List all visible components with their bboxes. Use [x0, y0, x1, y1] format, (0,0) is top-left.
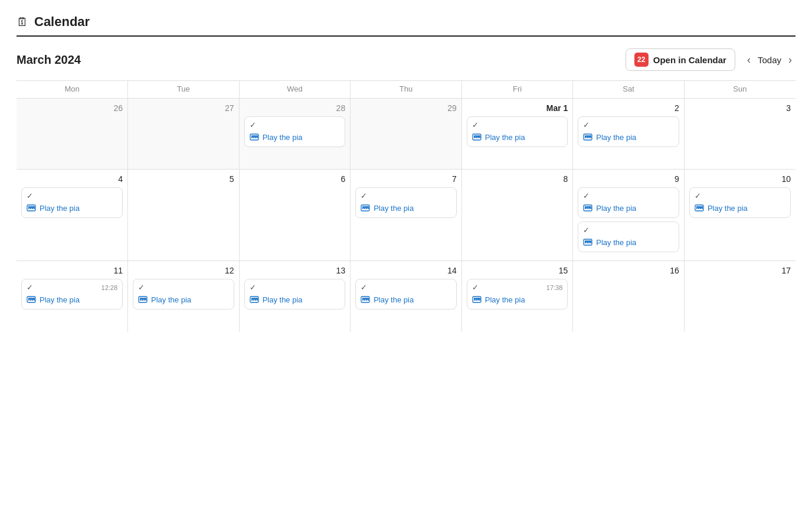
svg-rect-102 — [476, 298, 477, 300]
svg-rect-55 — [590, 240, 590, 243]
svg-rect-46 — [588, 206, 588, 209]
calendar-cell: 14✓ Play the pia — [351, 261, 462, 332]
svg-rect-101 — [474, 298, 475, 300]
svg-rect-45 — [586, 206, 587, 209]
day-number: 29 — [355, 103, 457, 113]
event-body: Play the pia — [583, 237, 674, 248]
month-title: March 2024 — [17, 53, 81, 67]
week-row: 11✓12:28 Play the pia12✓ Play the pia13✓ — [17, 261, 795, 332]
event-check-icon: ✓ — [138, 283, 145, 292]
weekday-header: Sat — [573, 81, 685, 99]
day-number: 4 — [21, 174, 123, 184]
event-body: Play the pia — [472, 132, 563, 143]
svg-rect-68 — [34, 298, 35, 301]
event-label: Play the pia — [485, 295, 525, 304]
svg-rect-14 — [476, 135, 477, 138]
event-check-icon: ✓ — [27, 283, 33, 292]
event-card[interactable]: ✓17:38 Play the pia — [467, 279, 568, 310]
prev-button[interactable]: ‹ — [744, 51, 754, 69]
event-music-icon — [138, 294, 148, 305]
svg-rect-52 — [591, 240, 592, 243]
svg-rect-31 — [33, 206, 34, 209]
next-button[interactable]: › — [785, 51, 795, 69]
event-music-icon — [27, 294, 36, 305]
event-check-row: ✓ — [250, 121, 340, 129]
page-header: 🗓 Calendar — [17, 14, 795, 37]
event-time: 12:28 — [102, 284, 118, 291]
svg-rect-86 — [254, 298, 254, 300]
calendar-cell: 28✓ Play the pia — [239, 99, 351, 170]
event-card[interactable]: ✓ Play the pia — [578, 222, 679, 252]
day-number: 17 — [689, 266, 791, 275]
day-number: 2 — [578, 103, 679, 113]
svg-rect-44 — [591, 206, 592, 209]
event-label: Play the pia — [596, 204, 636, 213]
svg-rect-84 — [257, 298, 258, 301]
open-in-calendar-button[interactable]: 22 Open in Calendar — [626, 48, 735, 71]
event-body: Play the pia — [250, 294, 340, 305]
svg-rect-6 — [254, 135, 254, 138]
day-number: 3 — [689, 103, 791, 113]
calendar-cell: 8 — [461, 170, 573, 261]
event-card[interactable]: ✓12:28 Play the pia — [21, 279, 123, 310]
svg-rect-30 — [31, 206, 32, 209]
event-body: Play the pia — [361, 203, 451, 214]
svg-rect-21 — [586, 135, 587, 138]
svg-rect-29 — [30, 206, 30, 209]
event-check-icon: ✓ — [27, 191, 33, 200]
day-number: 26 — [21, 103, 123, 113]
toolbar: March 2024 22 Open in Calendar ‹ Today › — [17, 48, 795, 71]
event-check-icon: ✓ — [250, 283, 256, 292]
event-label: Play the pia — [151, 295, 191, 304]
event-card[interactable]: ✓ Play the pia — [578, 116, 679, 147]
event-music-icon — [472, 132, 482, 143]
calendar-grid: MonTueWedThuFriSatSun 262728✓ Play the p… — [17, 80, 795, 332]
svg-rect-60 — [702, 206, 703, 209]
event-check-icon: ✓ — [361, 191, 367, 200]
event-music-icon — [472, 294, 482, 305]
event-check-icon: ✓ — [472, 283, 479, 292]
page-title: Calendar — [34, 14, 90, 30]
event-music-icon — [250, 294, 259, 305]
event-label: Play the pia — [263, 133, 303, 142]
weekday-header: Thu — [351, 81, 462, 99]
svg-rect-92 — [368, 298, 369, 301]
day-number: 28 — [244, 103, 346, 113]
event-check-icon: ✓ — [250, 121, 256, 129]
event-card[interactable]: ✓ Play the pia — [244, 279, 346, 310]
event-card[interactable]: ✓ Play the pia — [21, 187, 123, 218]
event-check-row: ✓ — [472, 121, 563, 129]
calendar-cell: 6 — [239, 170, 351, 261]
day-number: Mar 1 — [467, 103, 568, 113]
event-card[interactable]: ✓ Play the pia — [133, 279, 234, 310]
event-card[interactable]: ✓ Play the pia — [244, 116, 346, 147]
event-music-icon — [695, 203, 704, 214]
event-card[interactable]: ✓ Play the pia — [578, 187, 679, 218]
day-number: 15 — [467, 266, 568, 275]
event-card[interactable]: ✓ Play the pia — [467, 116, 568, 147]
open-in-calendar-label: Open in Calendar — [653, 55, 726, 65]
event-label: Play the pia — [263, 295, 303, 304]
weekday-header-row: MonTueWedThuFriSatSun — [17, 81, 795, 99]
event-card[interactable]: ✓ Play the pia — [689, 187, 791, 218]
calendar-cell: Mar 1✓ Play the pia — [461, 99, 573, 170]
event-body: Play the pia — [27, 294, 117, 305]
svg-rect-61 — [697, 206, 698, 209]
event-music-icon — [250, 132, 259, 143]
svg-rect-36 — [368, 206, 369, 209]
event-check-icon: ✓ — [583, 191, 590, 200]
event-label: Play the pia — [596, 238, 636, 247]
calendar-cell: 29 — [351, 99, 462, 170]
svg-rect-22 — [588, 135, 588, 138]
event-body: Play the pia — [27, 203, 117, 214]
event-check-row: ✓ — [583, 226, 674, 235]
event-card[interactable]: ✓ Play the pia — [355, 187, 457, 218]
event-music-icon — [583, 237, 592, 248]
day-number: 9 — [578, 174, 679, 184]
event-card[interactable]: ✓ Play the pia — [355, 279, 457, 310]
event-music-icon — [361, 294, 370, 305]
calendar-badge: 22 — [634, 53, 649, 67]
weekday-header: Sun — [684, 81, 795, 99]
event-music-icon — [583, 132, 592, 143]
event-label: Play the pia — [374, 204, 414, 213]
